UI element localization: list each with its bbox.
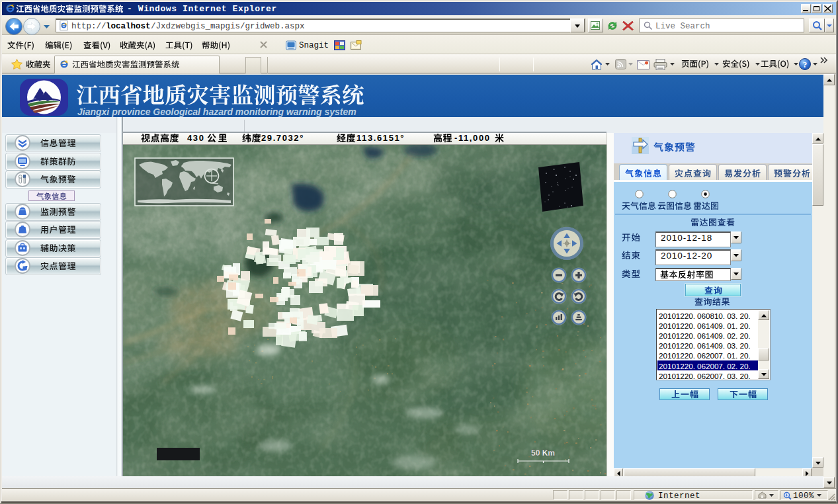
- svg-text:50 Km: 50 Km: [531, 448, 555, 458]
- svg-text:?: ?: [803, 60, 808, 69]
